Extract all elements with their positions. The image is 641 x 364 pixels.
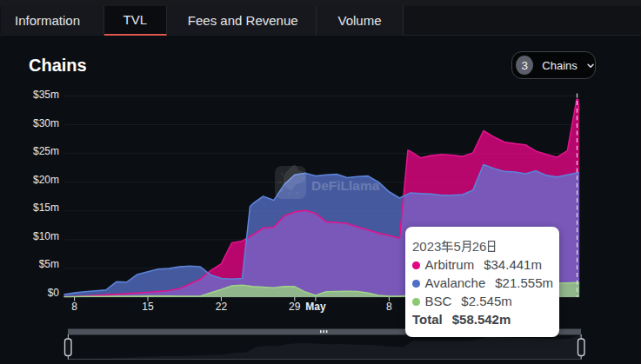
svg-text:15: 15 (142, 301, 154, 313)
svg-text:$20m: $20m (33, 174, 59, 186)
svg-text:22: 22 (216, 301, 228, 313)
svg-text:May: May (305, 301, 326, 313)
svg-text:$35m: $35m (33, 89, 59, 101)
svg-text:$0: $0 (48, 287, 60, 299)
svg-text:8: 8 (386, 301, 392, 313)
svg-text:DeFiLlama: DeFiLlama (311, 178, 380, 193)
svg-text:$15m: $15m (33, 202, 59, 214)
svg-text:$25m: $25m (33, 145, 59, 157)
svg-text:29: 29 (289, 301, 301, 313)
svg-text:$5m: $5m (39, 258, 59, 270)
svg-text:$10m: $10m (33, 230, 59, 242)
svg-text:8: 8 (71, 301, 77, 313)
svg-text:$30m: $30m (33, 117, 59, 129)
